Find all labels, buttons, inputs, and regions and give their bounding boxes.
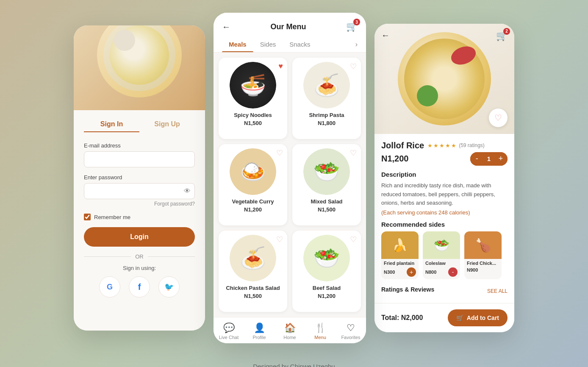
nav-favorites[interactable]: ♡ Favorites [336,321,366,342]
pasta-price: N1,800 [318,120,336,126]
coleslaw-name: Coleslaw [425,261,458,266]
coleslaw-image: 🥗 [423,231,460,259]
profile-icon: 👤 [254,323,265,334]
signin-using-label: Sign in using: [84,265,195,271]
ratings-title: Ratings & Reviews [381,286,434,293]
nav-live-chat[interactable]: 💬 Live Chat [214,321,244,342]
menu-nav-label: Menu [314,335,326,340]
google-signin-button[interactable]: G [99,276,120,297]
side-fried-plantain[interactable]: 🍌 Fried plantain N300 + [381,231,419,279]
nav-menu[interactable]: 🍴 Menu [305,321,336,342]
signin-tab[interactable]: Sign In [84,120,139,132]
detail-cart-button[interactable]: 🛒 2 [496,31,508,42]
recommended-sides-title: Recommended sides [381,221,508,228]
fried-chicken-image: 🍗 [464,231,502,259]
fried-chicken-name: Fried Chick... [467,261,499,266]
favorites-label: Favorites [341,335,360,340]
star-4: ★ [445,142,450,149]
star-2: ★ [433,142,438,149]
side-fried-chicken[interactable]: 🍗 Fried Chick... N900 [464,231,502,279]
password-group: Enter password 👁 Forgot password? [84,174,195,207]
fried-chicken-price: N900 [467,267,478,272]
forgot-password-link[interactable]: Forgot password? [84,201,195,207]
chicken-pasta-price: N1,500 [244,293,262,299]
nav-home[interactable]: 🏠 Home [275,321,305,342]
tab-sides[interactable]: Sides [253,36,283,52]
jollof-rice-image [398,32,491,125]
plantain-name: Fried plantain [384,261,416,266]
star-1: ★ [427,142,433,149]
home-icon: 🏠 [284,323,296,334]
plantain-add-button[interactable]: + [407,267,416,277]
pasta-name: Shrimp Pasta [309,112,344,118]
remember-checkbox[interactable] [84,214,91,220]
food-card-mixed-salad[interactable]: ♡ Mixed Salad N1,500 [292,144,361,225]
password-input[interactable] [84,183,195,199]
food-card-spicy-noodles[interactable]: ♥ Spicy Noodles N1,500 [219,58,287,139]
rating-stars: ★ ★ ★ ★ ★ (59 ratings) [427,142,485,149]
food-card-vegetable-curry[interactable]: ♡ Vegetable Curry N1,200 [219,144,287,225]
heart-icon-pasta[interactable]: ♡ [350,62,357,71]
live-chat-label: Live Chat [219,335,239,340]
password-label: Enter password [84,174,195,181]
back-button[interactable]: ← [222,22,230,32]
qty-increase-button[interactable]: + [494,152,508,166]
signin-screen: Sign In Sign Up E-mail address Enter pas… [74,25,205,331]
auth-tabs: Sign In Sign Up [84,120,195,132]
twitter-signin-button[interactable]: 🐦 [158,276,180,297]
food-card-beef-salad[interactable]: ♡ Beef Salad N1,200 [292,231,361,312]
total-label: Total: N2,000 [381,314,423,322]
detail-heart-button[interactable]: ♡ [489,108,508,127]
facebook-signin-button[interactable]: f [129,276,150,297]
side-coleslaw[interactable]: 🥗 Coleslaw N800 - [423,231,460,279]
signup-tab[interactable]: Sign Up [139,120,195,132]
heart-icon-curry[interactable]: ♡ [276,148,283,158]
menu-grid: ♥ Spicy Noodles N1,500 ♡ Shrimp Pasta N1… [214,53,366,317]
curry-image [230,148,276,195]
menu-title: Our Menu [271,22,306,31]
login-button[interactable]: Login [84,227,195,247]
email-label: E-mail address [84,142,195,149]
chicken-pasta-image [230,235,276,281]
add-to-cart-button[interactable]: 🛒 Add to Cart [448,309,508,326]
noodles-price: N1,500 [244,120,262,126]
beef-salad-name: Beef Salad [313,285,341,291]
coleslaw-remove-button[interactable]: - [448,267,458,277]
see-all-link[interactable]: SEE ALL [487,288,508,294]
star-3: ★ [439,142,444,149]
hero-image [74,25,205,110]
curry-price: N1,200 [244,206,262,213]
detail-footer: Total: N2,000 🛒 Add to Cart [374,303,514,332]
remember-label: Remember me [94,214,130,220]
home-label: Home [283,335,296,340]
description-text: Rich and incredibly tasty rice dish, mad… [381,181,508,208]
nav-profile[interactable]: 👤 Profile [244,321,275,342]
bottom-navigation: 💬 Live Chat 👤 Profile 🏠 Home 🍴 Menu ♡ [214,317,366,343]
food-card-chicken-pasta[interactable]: ♡ Chicken Pasta Salad N1,500 [219,231,287,312]
qty-decrease-button[interactable]: - [470,152,484,166]
designer-credit: Designed by Chinwe Uzegbu [253,363,335,367]
heart-icon-beef-salad[interactable]: ♡ [350,235,357,244]
food-card-shrimp-pasta[interactable]: ♡ Shrimp Pasta N1,800 [292,58,361,139]
email-input[interactable] [84,151,195,167]
heart-icon-noodles[interactable]: ♥ [278,62,283,71]
qty-value: 1 [484,155,494,162]
heart-icon-salad[interactable]: ♡ [350,148,357,158]
sides-row: 🍌 Fried plantain N300 + 🥗 [381,231,508,281]
chicken-pasta-name: Chicken Pasta Salad [226,285,280,291]
detail-hero-image: ← 🛒 2 ♡ [374,24,514,134]
tab-meals[interactable]: Meals [222,36,253,52]
detail-back-button[interactable]: ← [381,31,390,40]
chat-icon: 💬 [223,323,235,334]
heart-icon-chicken-pasta[interactable]: ♡ [276,235,283,244]
quantity-control: - 1 + [470,152,508,166]
cart-icon: 🛒 [456,314,463,321]
tab-snacks[interactable]: Snacks [283,36,317,52]
rating-count: (59 ratings) [459,142,485,148]
calories-note: (Each serving contains 248 calories) [381,209,508,216]
cart-button[interactable]: 🛒 3 [346,21,358,32]
eye-icon[interactable]: 👁 [184,187,191,195]
salad-price: N1,500 [318,206,336,213]
or-text: OR [135,253,144,260]
menu-header: ← Our Menu 🛒 3 [214,13,366,36]
